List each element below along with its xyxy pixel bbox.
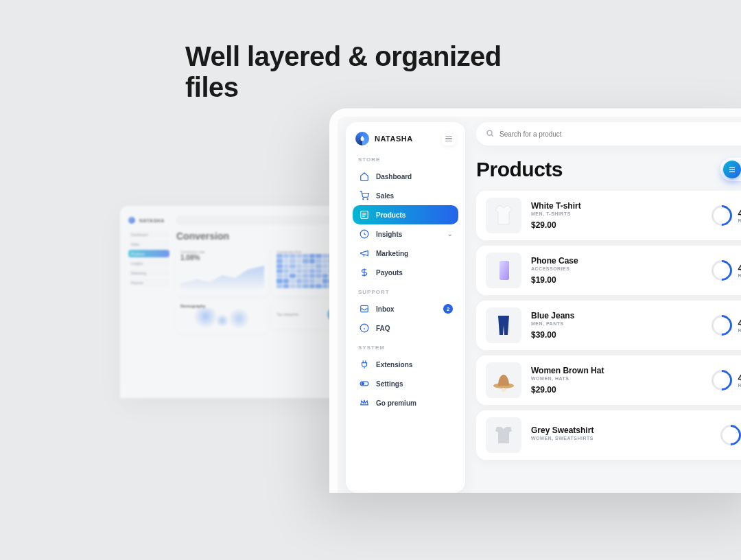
sidebar-item-insights[interactable]: Insights⌄ bbox=[353, 224, 458, 244]
product-row[interactable]: White T-shirtMEN, T-SHIRTS$29.004.2REVIE… bbox=[476, 191, 741, 240]
svg-rect-28 bbox=[499, 261, 509, 280]
page-headline: Well layered & organized files bbox=[185, 41, 556, 103]
product-rating: 4.2REVIEW bbox=[711, 370, 741, 390]
sidebar-item-label: Inbox bbox=[376, 305, 395, 313]
home-icon bbox=[360, 172, 369, 181]
sidebar-item-extensions[interactable]: Extensions bbox=[353, 355, 458, 374]
product-image bbox=[486, 417, 521, 453]
svg-line-14 bbox=[491, 135, 493, 136]
rating-ring-icon bbox=[707, 366, 736, 395]
rating-value: 4.2 bbox=[738, 208, 741, 218]
sidebar-item-payouts[interactable]: Payouts bbox=[353, 263, 458, 282]
product-row[interactable]: Women Brown HatWOMEN, HATS$29.004.2REVIE… bbox=[476, 355, 741, 405]
sidebar-item-inbox[interactable]: Inbox2 bbox=[353, 299, 458, 318]
info-icon bbox=[360, 323, 369, 333]
sidebar-item-sales[interactable]: Sales bbox=[353, 186, 458, 205]
product-price: $19.00 bbox=[531, 275, 702, 285]
product-image bbox=[486, 362, 521, 398]
product-price: $29.00 bbox=[531, 385, 702, 395]
target-icon bbox=[360, 229, 369, 239]
sidebar-item-products[interactable]: Products bbox=[353, 205, 458, 224]
brand-name: NATASHA bbox=[375, 135, 413, 143]
product-rating: 4.2REVIEW bbox=[711, 315, 741, 336]
plug-icon bbox=[360, 360, 369, 369]
main-content: Products White T-shirtMEN, T-SHIRTS$29.0… bbox=[476, 122, 741, 493]
sidebar-item-label: Products bbox=[376, 211, 405, 219]
search-input[interactable] bbox=[499, 130, 741, 138]
sidebar-item-label: Go premium bbox=[376, 399, 416, 407]
sidebar-section-label: SYSTEM bbox=[358, 345, 458, 351]
rating-value: 4.2 bbox=[738, 373, 741, 383]
background-preview: NATASHA DashboardSalesProductsInsightsMa… bbox=[120, 206, 353, 398]
megaphone-icon bbox=[360, 248, 369, 258]
product-image bbox=[486, 198, 521, 233]
product-category: WOMEN, SWEATSHIRTS bbox=[531, 436, 711, 441]
search-icon bbox=[486, 128, 494, 140]
rating-label: REVIEW bbox=[738, 328, 741, 333]
crown-icon bbox=[360, 398, 369, 408]
product-row[interactable]: Blue JeansMEN, PANTS$39.004.2REVIEW bbox=[476, 301, 741, 350]
sidebar-section-label: SUPPORT bbox=[358, 289, 458, 295]
view-toggle bbox=[720, 158, 741, 181]
product-row[interactable]: Phone CaseACCESSORIES$19.004.2REVIEW bbox=[476, 246, 741, 295]
rating-label: REVIEW bbox=[738, 273, 741, 278]
rating-value: 4.2 bbox=[738, 263, 741, 273]
sidebar-item-label: Marketing bbox=[376, 250, 408, 257]
list-icon bbox=[360, 210, 369, 220]
list-view-button[interactable] bbox=[723, 161, 741, 178]
sidebar-item-label: Sales bbox=[376, 192, 394, 200]
camera-dot bbox=[551, 113, 555, 117]
svg-point-0 bbox=[363, 199, 364, 200]
sidebar-item-label: Extensions bbox=[376, 361, 412, 369]
hamburger-menu-button[interactable] bbox=[442, 132, 456, 145]
product-category: MEN, PANTS bbox=[531, 321, 702, 326]
sidebar: NATASHA STOREDashboardSalesProductsInsig… bbox=[346, 122, 465, 493]
product-list: White T-shirtMEN, T-SHIRTS$29.004.2REVIE… bbox=[476, 191, 741, 460]
sidebar-item-label: Dashboard bbox=[376, 173, 412, 180]
product-name: Grey Sweatshirt bbox=[531, 425, 711, 435]
toggle-icon bbox=[360, 379, 369, 388]
rating-ring-icon bbox=[716, 421, 741, 450]
product-price: $39.00 bbox=[531, 330, 702, 340]
product-image bbox=[486, 253, 521, 288]
rating-label: REVIEW bbox=[738, 383, 741, 388]
product-row[interactable]: Grey SweatshirtWOMEN, SWEATSHIRTS4.2 bbox=[476, 410, 741, 460]
rating-value: 4.2 bbox=[738, 318, 741, 328]
product-category: MEN, T-SHIRTS bbox=[531, 211, 702, 216]
sidebar-item-label: Insights bbox=[376, 231, 402, 238]
svg-point-13 bbox=[487, 130, 492, 135]
sidebar-item-faq[interactable]: FAQ bbox=[353, 318, 458, 338]
page-title: Products bbox=[476, 158, 563, 181]
sidebar-item-label: Settings bbox=[376, 380, 403, 388]
sidebar-item-label: Payouts bbox=[376, 269, 403, 277]
sidebar-item-go-premium[interactable]: Go premium bbox=[353, 393, 458, 412]
product-name: White T-shirt bbox=[531, 201, 702, 211]
cart-icon bbox=[360, 191, 369, 200]
product-name: Women Brown Hat bbox=[531, 366, 702, 375]
rating-ring-icon bbox=[707, 201, 736, 230]
sidebar-section-label: STORE bbox=[358, 156, 458, 163]
rating-ring-icon bbox=[707, 311, 736, 340]
product-name: Blue Jeans bbox=[531, 311, 702, 320]
svg-point-12 bbox=[362, 382, 364, 385]
flame-logo-icon bbox=[355, 132, 369, 145]
search-bar[interactable] bbox=[476, 122, 741, 145]
product-category: ACCESSORIES bbox=[531, 266, 702, 271]
inbox-icon bbox=[360, 304, 369, 314]
product-rating: 4.2REVIEW bbox=[711, 205, 741, 226]
sidebar-item-dashboard[interactable]: Dashboard bbox=[353, 167, 458, 186]
sidebar-item-marketing[interactable]: Marketing bbox=[353, 244, 458, 263]
sidebar-item-settings[interactable]: Settings bbox=[353, 374, 458, 393]
sidebar-item-label: FAQ bbox=[376, 325, 390, 332]
product-price: $29.00 bbox=[531, 220, 702, 230]
product-image bbox=[486, 307, 521, 343]
inbox-badge: 2 bbox=[443, 304, 453, 314]
svg-point-30 bbox=[502, 388, 506, 392]
dollar-icon bbox=[360, 268, 369, 277]
product-name: Phone Case bbox=[531, 256, 702, 266]
brand-logo-area[interactable]: NATASHA bbox=[355, 132, 413, 145]
product-category: WOMEN, HATS bbox=[531, 376, 702, 381]
product-rating: 4.2REVIEW bbox=[711, 260, 741, 281]
svg-point-1 bbox=[367, 199, 368, 200]
rating-ring-icon bbox=[707, 256, 736, 285]
